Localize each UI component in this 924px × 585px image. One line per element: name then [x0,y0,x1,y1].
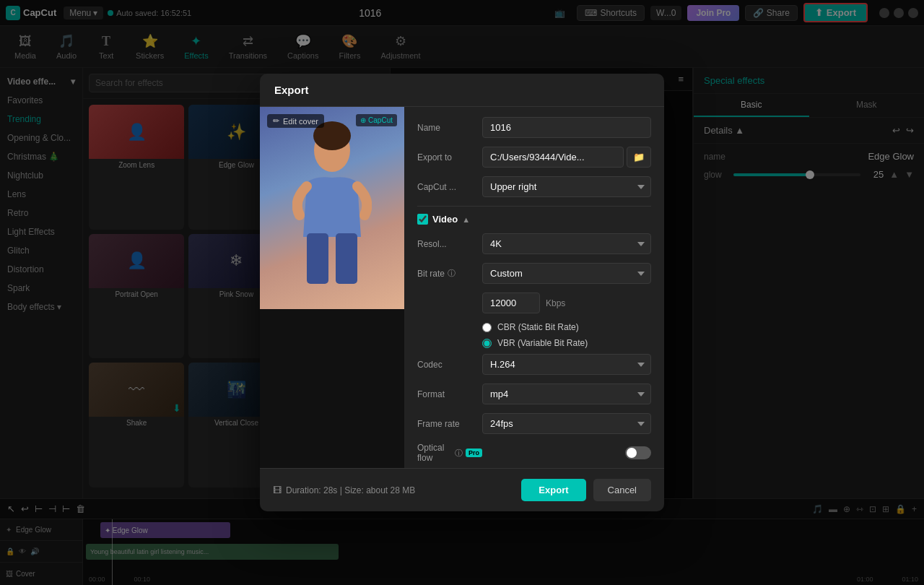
bitrate-select[interactable]: Custom Recommended [482,263,651,284]
codec-label: Codec [417,360,482,370]
video-section-label: Video [432,214,458,225]
framerate-field: 24fps 30fps 60fps [482,413,651,434]
cbr-label: CBR (Static Bit Rate) [497,322,579,332]
name-field-value [482,117,651,138]
setting-optical-flow-row: Optical flow ⓘ Pro [417,443,651,463]
export-to-label: Export to [417,152,482,162]
svg-rect-2 [307,233,328,284]
setting-capcut-row: CapCut ... Upper right Upper left Lower … [417,176,651,197]
optical-flow-toggle[interactable] [625,446,651,459]
modal-overlay: Export [0,0,924,585]
optical-flow-toggle-area [482,446,651,459]
bitrate-unit: Kbps [546,298,565,308]
setting-format-row: Format mp4 mov avi [417,384,651,404]
browse-folder-button[interactable]: 📁 [627,147,651,168]
modal-body: ✏ Edit cover ⊕ CapCut Name Export to [260,107,664,468]
codec-select[interactable]: H.264 H.265 ProRes [482,354,651,375]
format-label: Format [417,389,482,399]
cancel-button[interactable]: Cancel [593,479,651,501]
name-input[interactable] [482,117,651,138]
person-svg [292,121,372,295]
resolution-label: Resol... [417,239,482,249]
optical-info-icon: ⓘ [455,448,463,459]
svg-rect-3 [336,233,357,284]
duration-text: Duration: 28s | Size: about 28 MB [286,485,415,495]
capcut-logo: ⊕ CapCut [356,114,397,126]
video-section-header: Video ▲ [417,214,651,225]
modal-actions: Export Cancel [521,479,651,501]
setting-name-row: Name [417,117,651,138]
modal-settings: Name Export to 📁 CapCut ... [404,107,664,468]
vbr-label: VBR (Variable Bit Rate) [497,338,588,348]
pro-badge: Pro [466,448,482,457]
modal-title: Export [260,74,664,107]
film-icon: 🎞 [273,485,282,495]
setting-bitrate-row: Bit rate ⓘ Custom Recommended [417,263,651,284]
edit-icon: ✏ [273,116,279,126]
setting-codec-row: Codec H.264 H.265 ProRes [417,354,651,375]
format-field: mp4 mov avi [482,384,651,404]
bitrate-field: Custom Recommended [482,263,651,284]
bitrate-label: Bit rate ⓘ [417,268,482,279]
preview-image [260,107,404,309]
modal-footer: 🎞 Duration: 28s | Size: about 28 MB Expo… [260,468,664,511]
export-button[interactable]: Export [521,479,585,501]
export-modal: Export [260,74,664,511]
export-to-field: 📁 [482,147,651,168]
capcut-label: CapCut ... [417,182,482,192]
codec-field: H.264 H.265 ProRes [482,354,651,375]
cbr-radio-row: CBR (Static Bit Rate) [482,322,651,332]
setting-resolution-row: Resol... 4K 2K 1080p 720p 480p [417,233,651,254]
resolution-select[interactable]: 4K 2K 1080p 720p 480p [482,233,651,254]
video-checkbox[interactable] [417,214,428,225]
name-field-label: Name [417,123,482,133]
section-divider-1 [417,206,651,207]
duration-info: 🎞 Duration: 28s | Size: about 28 MB [273,485,415,495]
capcut-position-field: Upper right Upper left Lower right Lower… [482,176,651,197]
framerate-select[interactable]: 24fps 30fps 60fps [482,413,651,434]
edit-cover-button[interactable]: ✏ Edit cover [267,114,324,128]
bitrate-number-input[interactable] [482,292,540,313]
format-select[interactable]: mp4 mov avi [482,384,651,404]
export-path-input[interactable] [482,147,624,168]
setting-framerate-row: Frame rate 24fps 30fps 60fps [417,413,651,434]
resolution-field: 4K 2K 1080p 720p 480p [482,233,651,254]
info-icon: ⓘ [448,268,456,279]
optical-flow-label: Optical flow ⓘ Pro [417,443,482,463]
cbr-radio[interactable] [482,323,492,332]
vbr-radio-row: VBR (Variable Bit Rate) [482,338,651,348]
capcut-position-select[interactable]: Upper right Upper left Lower right Lower… [482,176,651,197]
framerate-label: Frame rate [417,419,482,429]
bitrate-number-row: Kbps [482,292,651,313]
modal-preview-panel: ✏ Edit cover ⊕ CapCut [260,107,404,468]
setting-export-to-row: Export to 📁 [417,147,651,168]
toggle-slider [625,446,651,459]
vbr-radio[interactable] [482,339,492,348]
